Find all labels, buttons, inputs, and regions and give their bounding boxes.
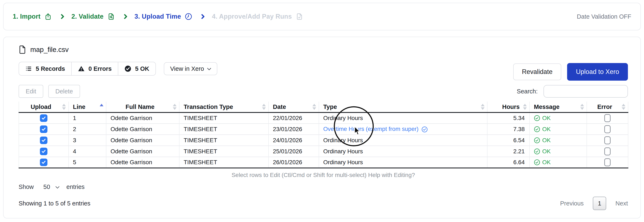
search-input[interactable]: [544, 85, 628, 98]
timesheet-table: Upload Line Full Name Transaction Type D…: [18, 101, 628, 168]
stepper: 1. Import 2. Validate 3. Upload Time 4. …: [13, 13, 303, 20]
date-cell: 24/01/2026: [268, 135, 319, 146]
type-cell: Ordinary Hours: [319, 135, 487, 146]
document-search-icon: [108, 13, 115, 20]
full-name-cell: Odette Garrison: [106, 146, 179, 157]
transaction-type-cell: TIMESHEET: [179, 135, 268, 146]
edit-button[interactable]: Edit: [18, 85, 43, 98]
delete-button[interactable]: Delete: [48, 85, 80, 98]
upload-checkbox[interactable]: [40, 137, 48, 144]
table-row[interactable]: 2Odette GarrisonTIMESHEET23/01/2026Overt…: [19, 124, 628, 135]
search-label: Search:: [517, 88, 538, 95]
check-icon: [41, 160, 46, 165]
table-row[interactable]: 1Odette GarrisonTIMESHEET22/01/2026Ordin…: [19, 113, 628, 124]
step-import[interactable]: 1. Import: [13, 13, 52, 20]
message-value: OK: [542, 115, 550, 122]
column-header-error[interactable]: Error: [587, 101, 628, 113]
summary-badges: 5 Records 0 Errors 5 OK: [18, 62, 156, 76]
file-icon: [18, 45, 26, 54]
message-value: OK: [542, 148, 550, 155]
pagination: Previous 1 Next: [560, 197, 628, 210]
transaction-type-cell: TIMESHEET: [179, 146, 268, 157]
hours-cell: 6.64: [487, 157, 530, 168]
column-header-hours[interactable]: Hours: [487, 101, 530, 113]
line-cell: 4: [68, 146, 106, 157]
column-header-transaction-type[interactable]: Transaction Type: [179, 101, 268, 113]
page-size-select[interactable]: 50: [44, 183, 59, 190]
show-label: Show: [18, 183, 34, 190]
check-circle-filled-icon: [124, 65, 131, 72]
upload-checkbox[interactable]: [40, 159, 48, 166]
column-header-upload[interactable]: Upload: [19, 101, 68, 113]
step-approve: 4. Approve/Add Pay Runs: [212, 13, 303, 20]
error-checkbox[interactable]: [604, 158, 610, 166]
message-cell: OK: [530, 146, 587, 157]
hours-cell: 7.38: [487, 124, 530, 135]
sort-icon: [262, 104, 266, 110]
sort-icon: [523, 104, 527, 110]
check-icon: [41, 127, 46, 132]
date-cell: 25/01/2026: [268, 146, 319, 157]
error-checkbox[interactable]: [604, 125, 610, 133]
table-row[interactable]: 3Odette GarrisonTIMESHEET24/01/2026Ordin…: [19, 135, 628, 146]
step-approve-label: 4. Approve/Add Pay Runs: [212, 13, 292, 20]
records-badge: 5 Records: [19, 62, 71, 75]
document-check-icon: [296, 13, 303, 20]
check-circle-icon: [422, 126, 428, 133]
warning-icon: [78, 65, 85, 72]
chevron-down-icon: [55, 184, 60, 188]
date-cell: 23/01/2026: [268, 124, 319, 135]
column-header-full-name[interactable]: Full Name: [106, 101, 179, 113]
column-header-type[interactable]: Type: [319, 101, 487, 113]
chevron-right-icon: [200, 14, 205, 19]
error-checkbox[interactable]: [604, 136, 610, 144]
entries-summary: Showing 1 to 5 of 5 entries: [18, 200, 90, 207]
clock-icon: [185, 13, 192, 20]
previous-page-button[interactable]: Previous: [560, 200, 584, 207]
step-import-label: 1. Import: [13, 13, 40, 20]
upload-checkbox[interactable]: [40, 114, 48, 122]
sort-icon: [622, 104, 626, 110]
error-checkbox[interactable]: [604, 114, 610, 122]
check-circle-icon: [534, 137, 540, 144]
hours-cell: 6.54: [487, 135, 530, 146]
view-in-xero-button[interactable]: View in Xero: [164, 62, 217, 75]
message-cell: OK: [530, 157, 587, 168]
column-header-line[interactable]: Line: [68, 101, 106, 113]
check-icon: [41, 138, 46, 143]
type-value: Ordinary Hours: [323, 159, 363, 165]
full-name-cell: Odette Garrison: [106, 135, 179, 146]
full-name-cell: Odette Garrison: [106, 157, 179, 168]
list-icon: [25, 65, 32, 72]
page-number-button[interactable]: 1: [593, 197, 606, 210]
next-page-button[interactable]: Next: [615, 200, 628, 207]
step-validate[interactable]: 2. Validate: [72, 13, 115, 20]
upload-checkbox[interactable]: [40, 126, 48, 133]
hours-cell: 2.21: [487, 146, 530, 157]
stepper-bar: 1. Import 2. Validate 3. Upload Time 4. …: [3, 3, 641, 30]
upload-to-xero-button[interactable]: Upload to Xero: [567, 63, 628, 81]
column-header-message[interactable]: Message: [530, 101, 587, 113]
message-cell: OK: [530, 124, 587, 135]
upload-checkbox[interactable]: [40, 148, 48, 155]
errors-badge: 0 Errors: [71, 62, 118, 75]
transaction-type-cell: TIMESHEET: [179, 157, 268, 168]
edit-hint: Select rows to Edit (Ctl/Cmd or Shift fo…: [18, 172, 628, 178]
column-header-date[interactable]: Date: [268, 101, 319, 113]
sort-asc-icon: [100, 104, 104, 110]
type-link[interactable]: Overtime Hours (exempt from super): [323, 126, 418, 132]
type-cell: Ordinary Hours: [319, 113, 487, 124]
date-cell: 22/01/2026: [268, 113, 319, 124]
hours-cell: 5.34: [487, 113, 530, 124]
revalidate-button[interactable]: Revalidate: [513, 63, 561, 80]
type-cell: Ordinary Hours: [319, 146, 487, 157]
date-cell: 26/01/2026: [268, 157, 319, 168]
sort-icon: [312, 104, 316, 110]
sort-icon: [580, 104, 584, 110]
table-row[interactable]: 5Odette GarrisonTIMESHEET26/01/2026Ordin…: [19, 157, 628, 168]
sort-icon: [62, 104, 66, 110]
table-row[interactable]: 4Odette GarrisonTIMESHEET25/01/2026Ordin…: [19, 146, 628, 157]
check-circle-icon: [534, 126, 540, 132]
error-checkbox[interactable]: [604, 147, 610, 155]
step-upload-time[interactable]: 3. Upload Time: [134, 13, 192, 20]
